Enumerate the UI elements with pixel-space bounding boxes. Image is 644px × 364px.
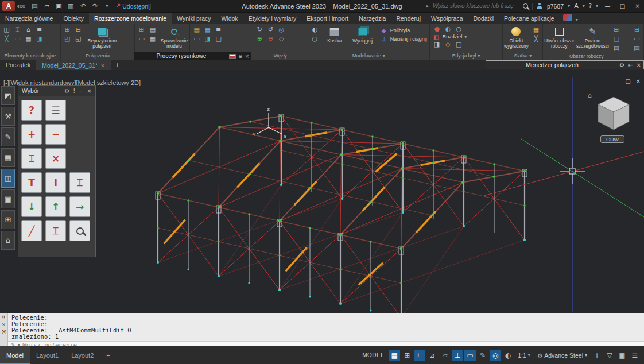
nacisnij-i-ciagnij-button[interactable]: ⇩ Naciśnij i ciągnij [380, 36, 427, 42]
model-layers-icon[interactable]: ▤ [148, 25, 157, 34]
tab-wyniki-pracy[interactable]: Wyniki pracy [172, 13, 216, 24]
tab-etykiety[interactable]: Etykiety i wymiary [243, 13, 301, 24]
palette-minimize-icon[interactable]: − [79, 88, 83, 94]
autodesk-app-icon[interactable]: A [574, 2, 579, 10]
tab-drawing[interactable]: Model_2022_05_31* × [36, 60, 110, 70]
column-icon[interactable]: ◫ [2, 25, 11, 34]
poziom-szczegolowosci-button[interactable]: ✎ Poziom szczegółowości [575, 25, 610, 49]
user-list-icon[interactable]: ▤ [192, 25, 201, 34]
filter-button[interactable]: ▽ [604, 350, 615, 361]
manager-pin-icon[interactable]: ⇤ [628, 62, 633, 68]
node-diamond-icon[interactable]: ◇ [277, 34, 286, 43]
palette-stezenie-button[interactable]: ╱ [21, 220, 42, 241]
shell-icon[interactable]: □ [454, 40, 464, 49]
joint-base-icon[interactable]: ◱ [73, 34, 83, 43]
palette-close-icon[interactable]: × [87, 88, 92, 94]
workarea-box-icon[interactable]: □ [611, 34, 621, 43]
osnap-toggle[interactable]: ⊥ [452, 350, 463, 361]
fillet-edge-icon[interactable]: ◨ [432, 40, 442, 49]
joint-corner-icon[interactable]: ◰ [63, 34, 72, 43]
subtract-icon[interactable]: ◐ [443, 25, 453, 33]
node-remove-icon[interactable]: ⊖ [266, 34, 276, 43]
utworz-obszar-roboczy-button[interactable]: Utwórz obszar roboczy [543, 25, 575, 49]
grating-icon[interactable]: ▦ [24, 34, 33, 43]
command-close-icon[interactable]: × [2, 322, 6, 327]
drawing-close-icon[interactable]: × [636, 78, 641, 84]
tool-wskazywanie[interactable]: ◩ [1, 86, 15, 105]
plot-icon[interactable]: ▥ [67, 2, 75, 10]
minimize-button[interactable]: — [602, 3, 613, 9]
mesh-crease-icon[interactable]: ╳ [531, 34, 541, 43]
undo-icon[interactable]: ↶ [79, 2, 87, 10]
palette-usun-button[interactable]: − [45, 124, 66, 145]
tab-rozszerzone-modelowanie[interactable]: Rozszerzone modelowanie [89, 13, 172, 24]
ucs-badge[interactable]: GUW [600, 135, 624, 143]
palette-dodaj-button[interactable]: + [21, 124, 42, 145]
user-grid-icon[interactable]: ▦ [203, 25, 212, 34]
node-target-icon[interactable]: ◎ [277, 25, 286, 34]
user-icon[interactable] [537, 3, 543, 9]
add-cleanup-button[interactable]: + [591, 350, 603, 361]
tab-obiekty[interactable]: Obiekty [58, 13, 89, 24]
tool-szkicowanie[interactable]: ✎ [1, 127, 15, 146]
viewcube-home-icon[interactable]: ⌂ [588, 92, 592, 99]
search-caret-icon[interactable]: ▸ [426, 3, 429, 9]
drawing-viewport[interactable]: ZXY [-][Widok niestandardowy][Model szki… [0, 70, 644, 313]
overflow-icon-1[interactable]: ⊞ [632, 25, 642, 34]
qat-caret-icon[interactable]: ▾ [103, 2, 111, 10]
panel-label-wezly[interactable]: Węzły [253, 52, 308, 60]
redo-icon[interactable]: ↷ [91, 2, 99, 10]
hardware-accel-button[interactable]: ▣ [616, 350, 628, 361]
overflow-icon-2[interactable]: ▭ [632, 34, 642, 43]
palette-polaczenie-podwojne-button[interactable]: ⌶ [69, 172, 90, 193]
palette-strzalka-gora-button[interactable]: ↑ [45, 196, 66, 217]
command-customize-icon[interactable]: ⚒ [1, 329, 6, 335]
viewport-canvas[interactable]: ZXY [0, 70, 644, 313]
dock-icon[interactable]: ⊕ [238, 53, 243, 59]
tab-narzedzia-glowne[interactable]: Narzędzia główne [0, 13, 58, 24]
polar-toggle[interactable]: ⊿ [426, 350, 438, 361]
obiekt-wygladzony-button[interactable]: Obiekt wygładzony [503, 25, 529, 49]
overflow-icon-3[interactable]: ▤ [632, 44, 642, 52]
tab-layout2[interactable]: Layout2 [65, 346, 100, 364]
tool-widoki[interactable]: ▣ [1, 189, 15, 208]
tab-layout1[interactable]: Layout1 [30, 346, 65, 364]
tool-narzedzia[interactable]: ⚒ [1, 107, 15, 126]
polish-flag-icon[interactable] [229, 54, 236, 59]
kostka-button[interactable]: Kostka [321, 25, 348, 44]
apps-caret-icon[interactable]: ▾ [583, 3, 585, 9]
panel-label-siatka[interactable]: Siatka ▾ [503, 52, 542, 60]
tool-start[interactable]: ⌂ [1, 231, 15, 250]
tab-widok[interactable]: Widok [216, 13, 243, 24]
close-button[interactable]: × [632, 3, 643, 9]
restore-button[interactable]: □ [617, 3, 628, 9]
palette-pomoc-button[interactable]: ? [21, 100, 42, 121]
search-icon[interactable] [523, 3, 528, 9]
palette-profil-button[interactable]: ⌶ [21, 148, 42, 169]
save-icon[interactable]: ▣ [55, 2, 63, 10]
node-add-icon[interactable]: ⊕ [255, 34, 265, 43]
rotate-cw-icon[interactable]: ↻ [255, 25, 265, 34]
tab-poczatek[interactable]: Początek [0, 60, 36, 70]
palette-alert-icon[interactable]: ! [73, 88, 75, 94]
command-grip[interactable]: ⠿ × ⚒ [0, 313, 8, 346]
tab-dodatki[interactable]: Dodatki [468, 13, 499, 24]
solid-ring-icon[interactable]: ○ [310, 34, 320, 43]
tab-narzedzia[interactable]: Narzędzia [354, 13, 391, 24]
palette-polaczenie-i-button[interactable]: I [45, 172, 66, 193]
snap-toggle[interactable]: ⊞ [401, 350, 413, 361]
grid-toggle[interactable]: ▦ [389, 350, 400, 361]
workspace-switcher[interactable]: ⚙ Advance Steel ▾ [534, 350, 590, 361]
rozdziel-button[interactable]: ◧ Rozdziel ▾ [432, 33, 467, 40]
plate-icon[interactable]: ▭ [13, 34, 22, 43]
tab-polecane-aplikacje[interactable]: Polecane aplikacje [499, 13, 560, 24]
user-rail-icon[interactable]: ≡ [214, 25, 223, 34]
customize-menu-button[interactable]: ☰ [629, 350, 641, 361]
user-plate-icon[interactable]: ▭ [192, 34, 201, 43]
new-layout-button[interactable]: + [100, 346, 116, 364]
tool-siatka[interactable]: ▦ [1, 148, 15, 167]
tab-model[interactable]: Model [0, 346, 30, 364]
tab-eksport-import[interactable]: Eksport i import [301, 13, 354, 24]
wyciagnij-button[interactable]: Wyciągnij [348, 25, 378, 44]
annotation-toggle[interactable]: ◎ [490, 350, 501, 361]
